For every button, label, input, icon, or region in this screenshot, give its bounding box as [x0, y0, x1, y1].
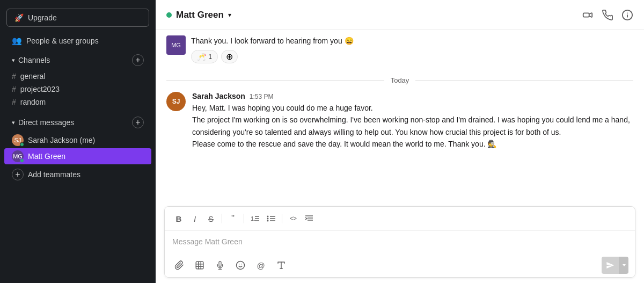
toolbar-sep-2	[244, 214, 244, 223]
reaction-emoji-toast: 🥂	[197, 53, 206, 61]
editor-toolbar: B I S " 1. <>	[165, 207, 635, 231]
people-icon: 👥	[12, 36, 22, 46]
microphone-button[interactable]	[212, 257, 228, 273]
emoji-button[interactable]	[232, 257, 248, 273]
sidebar-item-project2023[interactable]: # project2023	[4, 83, 151, 96]
status-online-sarah	[20, 142, 24, 147]
channel-name-random: random	[20, 98, 46, 106]
upgrade-button[interactable]: 🚀 Upgrade	[6, 9, 149, 27]
video-call-button[interactable]	[582, 9, 594, 21]
reaction-toast-button[interactable]: 🥂 1	[191, 50, 218, 63]
send-button-group	[602, 257, 628, 274]
toolbar-strikethrough[interactable]: S	[203, 211, 218, 226]
sidebar-item-people-groups[interactable]: 👥 People & user groups	[4, 33, 151, 48]
mention-button[interactable]: @	[253, 257, 269, 273]
toolbar-code[interactable]: <>	[286, 211, 301, 226]
dm-name-sarah: Sarah Jackson (me)	[28, 136, 95, 144]
main-chat: Matt Green ▾ MG Thank you. I look forwar…	[156, 0, 644, 283]
message-editor: B I S " 1. <> Message Matt Green	[164, 206, 635, 278]
dm-name-matt: Matt Green	[28, 152, 65, 161]
upgrade-label: Upgrade	[28, 13, 57, 22]
prev-avatar: MG	[166, 35, 186, 55]
editor-bottom-bar: @	[165, 253, 635, 277]
sidebar-item-random[interactable]: # random	[4, 96, 151, 108]
hash-icon: #	[12, 98, 16, 106]
date-divider: Today	[166, 76, 633, 84]
hash-icon: #	[12, 72, 16, 81]
date-divider-label: Today	[391, 76, 409, 84]
upgrade-icon: 🚀	[14, 13, 24, 22]
reactions-container: 🥂 1 ⊕	[191, 50, 354, 63]
dm-item-matt[interactable]: MG Matt Green	[4, 148, 151, 164]
text-format-button[interactable]	[273, 257, 289, 273]
add-reaction-button[interactable]: ⊕	[221, 50, 238, 63]
send-dropdown-button[interactable]	[619, 257, 628, 274]
svg-point-9	[267, 218, 269, 220]
message-para-3: Please come to the rescue and save the d…	[192, 138, 633, 150]
toolbar-bold[interactable]: B	[171, 211, 186, 226]
add-teammates-icon: +	[12, 169, 24, 180]
dm-label: Direct messages	[18, 118, 74, 127]
phone-call-button[interactable]	[602, 10, 613, 20]
people-groups-label: People & user groups	[26, 37, 99, 45]
add-dm-button[interactable]: +	[132, 117, 144, 128]
prev-message-text: Thank you. I look forward to hearing fro…	[191, 35, 354, 47]
reaction-count-toast: 1	[208, 53, 212, 61]
channel-name-general: general	[20, 72, 46, 81]
svg-rect-0	[583, 13, 589, 17]
add-teammates-label: Add teammates	[28, 170, 80, 179]
recipient-name: Matt Green	[176, 10, 224, 20]
svg-text:1.: 1.	[251, 215, 255, 222]
svg-point-10	[267, 220, 269, 222]
attach-file-button[interactable]	[171, 257, 187, 273]
add-teammates-button[interactable]: + Add teammates	[4, 166, 151, 183]
channels-section-header[interactable]: ▾ Channels +	[4, 52, 151, 69]
hash-icon: #	[12, 85, 16, 93]
recipient-status-dot	[166, 12, 172, 18]
channel-name-project2023: project2023	[20, 85, 60, 93]
recipient-name-chevron[interactable]: ▾	[228, 11, 231, 19]
info-button[interactable]	[621, 9, 633, 21]
message-content: Sarah Jackson 1:53 PM Hey, Matt. I was h…	[192, 92, 633, 150]
toolbar-indent[interactable]	[302, 211, 317, 226]
message-header: Sarah Jackson 1:53 PM	[192, 92, 633, 100]
chevron-down-icon-dm: ▾	[12, 119, 15, 126]
send-button[interactable]	[602, 257, 619, 274]
message-sender: Sarah Jackson	[192, 92, 245, 100]
message-body: Hey, Matt. I was hoping you could do me …	[192, 102, 633, 150]
message-input[interactable]: Message Matt Green	[165, 231, 635, 253]
svg-rect-17	[196, 262, 203, 269]
toolbar-sep-1	[222, 214, 222, 223]
status-online-matt	[20, 158, 24, 163]
dm-section-header[interactable]: ▾ Direct messages +	[4, 114, 151, 131]
message-input-placeholder: Message Matt Green	[172, 237, 243, 246]
channels-label: Channels	[18, 56, 50, 64]
chat-header: Matt Green ▾	[156, 0, 644, 30]
sarah-avatar: SJ	[166, 92, 186, 111]
message-block-sarah: SJ Sarah Jackson 1:53 PM Hey, Matt. I wa…	[166, 92, 633, 150]
table-button[interactable]	[192, 257, 208, 273]
sidebar-item-general[interactable]: # general	[4, 70, 151, 83]
message-para-2: The project I'm working on is so overwhe…	[192, 114, 633, 138]
toolbar-sep-3	[282, 214, 282, 223]
chat-body: MG Thank you. I look forward to hearing …	[156, 30, 644, 201]
dm-item-sarah[interactable]: SJ Sarah Jackson (me)	[4, 132, 151, 148]
svg-point-8	[267, 216, 269, 217]
toolbar-unordered-list[interactable]	[264, 211, 279, 226]
chevron-down-icon: ▾	[12, 57, 15, 64]
message-para-1: Hey, Matt. I was hoping you could do me …	[192, 102, 633, 114]
add-channel-button[interactable]: +	[132, 54, 144, 66]
message-time: 1:53 PM	[250, 93, 274, 100]
toolbar-quote[interactable]: "	[225, 211, 240, 226]
add-reaction-icon: ⊕	[226, 52, 233, 62]
previous-message: MG Thank you. I look forward to hearing …	[166, 35, 633, 63]
sidebar: 🚀 Upgrade 👥 People & user groups ▾ Chann…	[0, 0, 156, 283]
toolbar-ordered-list[interactable]: 1.	[247, 211, 262, 226]
svg-point-24	[237, 262, 245, 270]
toolbar-italic[interactable]: I	[187, 211, 202, 226]
